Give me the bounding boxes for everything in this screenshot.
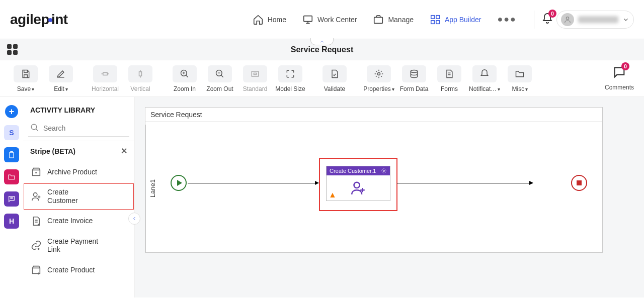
tool-label: Validate xyxy=(324,85,345,92)
tool-label: Forms xyxy=(441,85,458,92)
tool-notifications[interactable]: Notificat…▾ xyxy=(469,65,500,92)
nav-more[interactable]: ●●● xyxy=(490,10,524,29)
svg-point-19 xyxy=(34,192,37,196)
folder-icon xyxy=(515,69,525,79)
activity-body: ▲ xyxy=(327,175,390,201)
rail-add[interactable]: + xyxy=(5,105,18,118)
save-icon xyxy=(21,69,31,79)
process-canvas[interactable]: Service Request Lane1 Create Customer.1 … xyxy=(145,107,603,253)
grid-icon[interactable] xyxy=(7,44,18,55)
rail-folder[interactable] xyxy=(4,169,19,184)
rail-stripe[interactable]: S xyxy=(4,125,19,140)
top-nav: agilepint Home Work Center Manage App Bu… xyxy=(0,0,644,39)
svg-rect-4 xyxy=(431,20,434,23)
tool-edit[interactable]: Edit▾ xyxy=(45,65,76,92)
rail-chat[interactable] xyxy=(4,191,19,207)
zoom-in-icon xyxy=(180,69,190,79)
collapse-toggle[interactable] xyxy=(310,38,334,45)
nav-app-builder[interactable]: App Builder xyxy=(423,10,488,29)
activity-header: Create Customer.1 xyxy=(327,166,390,175)
svg-point-14 xyxy=(411,70,417,73)
notifications-button[interactable]: 0 xyxy=(538,10,556,29)
tool-form-data[interactable]: Form Data xyxy=(398,65,430,92)
activity-label: Create Product xyxy=(47,266,95,274)
process-title: Service Request xyxy=(145,108,602,122)
activity-label: Archive Product xyxy=(47,168,97,176)
connector[interactable] xyxy=(397,183,533,183)
tool-label: Vertical xyxy=(130,85,150,92)
briefcase-icon xyxy=(373,14,384,25)
activity-node-create-customer[interactable]: Create Customer.1 ▲ xyxy=(319,158,397,211)
rail-clipboard[interactable] xyxy=(4,147,19,162)
svg-point-17 xyxy=(31,124,37,130)
archive-icon xyxy=(30,166,42,178)
tool-comments[interactable]: 0 Comments xyxy=(605,65,634,91)
activity-create-invoice[interactable]: Create Invoice xyxy=(23,210,134,232)
bell-icon xyxy=(479,69,490,79)
rail-label: H xyxy=(9,217,14,225)
connector[interactable] xyxy=(188,183,318,183)
end-node[interactable] xyxy=(571,175,587,191)
vertical-icon xyxy=(135,69,145,79)
activity-archive-product[interactable]: Archive Product xyxy=(23,161,134,183)
search-wrap xyxy=(28,120,129,137)
tool-validate[interactable]: Validate xyxy=(319,65,350,92)
panel-title: ACTIVITY LIBRARY xyxy=(23,97,134,120)
link-icon xyxy=(30,239,42,251)
close-icon[interactable]: ✕ xyxy=(121,146,127,156)
svg-rect-11 xyxy=(252,71,258,76)
gear-icon xyxy=(374,69,384,79)
tool-label: Save xyxy=(17,85,31,92)
activity-create-payment-link[interactable]: Create Payment Link xyxy=(23,232,134,259)
tool-save[interactable]: Save▾ xyxy=(10,65,41,92)
tool-misc[interactable]: Misc▾ xyxy=(504,65,535,92)
tool-horizontal[interactable]: Horizontal xyxy=(90,65,121,92)
forms-icon xyxy=(444,69,454,79)
logo: agilepint xyxy=(10,12,68,28)
canvas-wrap: Service Request Lane1 Create Customer.1 … xyxy=(135,97,644,297)
activity-create-customer[interactable]: Create Customer xyxy=(23,183,134,210)
nav-work-center[interactable]: Work Center xyxy=(295,10,364,29)
tool-label: Model Size xyxy=(275,85,305,92)
clipboard-icon xyxy=(8,151,16,159)
collapse-panel[interactable] xyxy=(128,213,140,225)
lane-header[interactable]: Lane1 xyxy=(145,125,159,252)
activity-title: Create Customer.1 xyxy=(330,168,376,174)
box-plus-icon xyxy=(30,264,42,276)
svg-rect-5 xyxy=(436,20,439,23)
comments-badge: 0 xyxy=(621,62,629,70)
rail-h[interactable]: H xyxy=(4,214,19,229)
chevron-left-icon xyxy=(131,216,137,222)
horizontal-icon xyxy=(100,69,110,79)
svg-point-22 xyxy=(354,182,360,188)
tool-zoom-out[interactable]: Zoom Out xyxy=(204,65,235,92)
start-node[interactable] xyxy=(171,175,187,191)
search-input[interactable] xyxy=(28,120,129,137)
tool-zoom-in[interactable]: Zoom In xyxy=(169,65,200,92)
nav-home[interactable]: Home xyxy=(246,10,293,29)
user-menu[interactable] xyxy=(556,11,634,29)
breadcrumb-bar: Service Request xyxy=(0,39,644,60)
group-header[interactable]: Stripe (BETA) ✕ xyxy=(23,141,134,161)
rail-label: S xyxy=(9,129,14,137)
warning-icon: ▲ xyxy=(329,190,337,200)
apps-icon xyxy=(430,14,441,25)
tool-label: Misc xyxy=(512,85,525,92)
svg-rect-8 xyxy=(139,72,142,76)
standard-size-icon xyxy=(250,69,260,79)
tool-model-size[interactable]: Model Size xyxy=(275,65,306,92)
folder-icon xyxy=(8,173,16,181)
activity-list: Archive Product Create Customer Create I… xyxy=(23,161,134,297)
nav-label: Work Center xyxy=(317,16,357,24)
tool-forms[interactable]: Forms xyxy=(434,65,465,92)
nav-manage[interactable]: Manage xyxy=(366,10,421,29)
gear-icon[interactable] xyxy=(381,168,387,174)
tool-properties[interactable]: Properties▾ xyxy=(363,65,394,92)
page-title: Service Request xyxy=(291,45,354,54)
chevron-up-icon xyxy=(319,39,325,44)
activity-create-product[interactable]: Create Product xyxy=(23,259,134,281)
nav-label: Home xyxy=(268,16,286,24)
activity-label: Create Payment Link xyxy=(47,237,103,254)
tool-standard[interactable]: Standard xyxy=(239,65,271,92)
tool-vertical[interactable]: Vertical xyxy=(125,65,156,92)
